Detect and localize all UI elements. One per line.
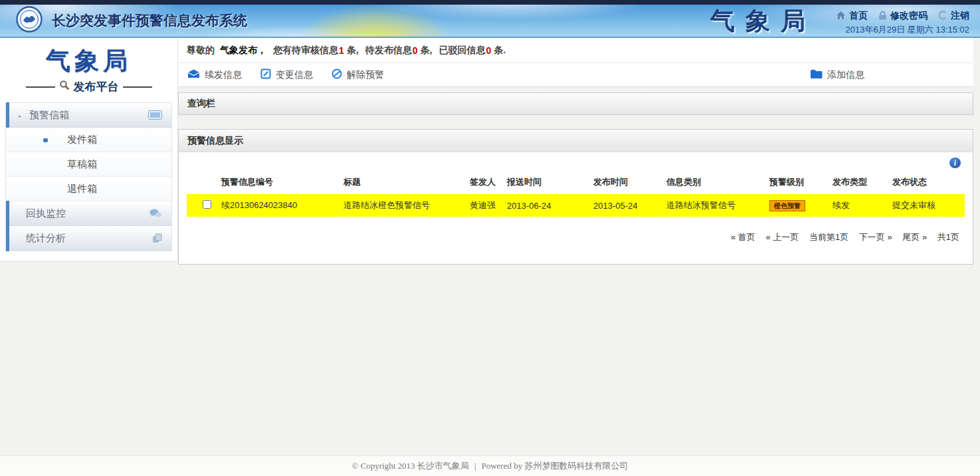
sidebar: 气象局 发布平台 - 预警信箱	[0, 38, 178, 261]
envelope-icon	[187, 69, 200, 80]
footer-separator: |	[474, 461, 476, 471]
active-bullet-icon	[43, 138, 48, 142]
copy-pages-icon	[152, 233, 162, 243]
sidebar-logo-subtitle-row: 发布平台	[0, 79, 177, 94]
query-bar-title: 查询栏	[187, 98, 215, 110]
sidebar-logo: 气象局 发布平台	[0, 38, 177, 94]
cell-publish-time: 2013-05-24	[593, 194, 666, 217]
warning-info-panel: 预警信息显示 i 预警信息编号	[178, 129, 973, 265]
nav-block: 首页 修改密码 注销 2013年6月29日	[836, 6, 969, 36]
pagination-first[interactable]: « 首页	[731, 232, 755, 242]
rejected-count: 0	[486, 45, 491, 56]
column-header: 标题	[343, 155, 470, 194]
ban-circle-icon	[332, 68, 342, 81]
body-row: 气象局 发布平台 - 预警信箱	[0, 38, 980, 265]
nav-links: 首页 修改密码 注销	[836, 10, 969, 22]
search-icon	[59, 80, 70, 94]
home-link-label: 首页	[849, 10, 868, 22]
resend-info-button[interactable]: 续发信息	[187, 69, 242, 81]
sub-item-label: 草稿箱	[67, 158, 97, 171]
logout-link[interactable]: 注销	[938, 10, 969, 22]
mail-tray-icon	[148, 110, 162, 120]
change-password-link[interactable]: 修改密码	[878, 10, 928, 22]
resend-info-label: 续发信息	[205, 69, 242, 81]
rejected-label: 已驳回信息	[439, 45, 485, 57]
pending-publish-suffix: 条,	[420, 45, 432, 57]
cell-warning-id: 续20130624023840	[221, 194, 343, 217]
sidebar-item-returned[interactable]: 退件箱	[6, 177, 171, 201]
footer-powered-by: Powered by 苏州梦图数码科技有限公司	[481, 460, 628, 472]
footer: © Copyright 2013 长沙市气象局 | Powered by 苏州梦…	[0, 455, 980, 476]
logout-label: 注销	[951, 10, 969, 22]
home-link[interactable]: 首页	[836, 10, 868, 22]
pending-review-suffix: 条,	[347, 45, 359, 57]
warning-table: 预警信息编号 标题 签发人 报送时间 发布时间 信息类别 预警级别 发布类型 发…	[187, 155, 965, 217]
sidebar-item-statistics[interactable]: 统计分析	[6, 226, 171, 251]
sidebar-logo-title: 气象局	[0, 45, 177, 78]
sidebar-item-warning-mailbox[interactable]: - 预警信箱	[6, 103, 171, 128]
change-info-label: 变更信息	[276, 69, 313, 81]
logout-arc-icon	[938, 11, 947, 22]
banner: 长沙突发事件预警信息发布系统 气象局 首页 修改密码	[0, 5, 980, 38]
folder-icon	[810, 69, 823, 80]
change-info-button[interactable]: 变更信息	[260, 68, 313, 81]
info-icon[interactable]: i	[949, 158, 961, 168]
column-header: 发布类型	[833, 155, 892, 194]
sidebar-item-label: 预警信箱	[29, 109, 69, 122]
greeting-username: 气象发布，	[220, 45, 266, 57]
system-title: 长沙突发事件预警信息发布系统	[52, 11, 247, 30]
pagination: « 首页 « 上一页 当前第1页 下一页 » 尾页 » 共1页	[179, 217, 973, 243]
greeting: 尊敬的 气象发布， 您有待审核信息1条, 待发布信息0条, 已驳回信息0条.	[178, 38, 973, 62]
pending-review-count: 1	[339, 45, 344, 56]
pagination-last[interactable]: 尾页 »	[902, 232, 927, 242]
sidebar-menu: - 预警信箱 发件箱 草稿箱 退件箱	[5, 102, 172, 251]
pagination-next[interactable]: 下一页 »	[859, 232, 892, 242]
chat-bubbles-icon	[149, 209, 162, 218]
edit-square-icon	[260, 68, 271, 81]
sub-item-label: 发件箱	[67, 134, 97, 146]
expanded-marker: -	[18, 110, 21, 121]
row-checkbox[interactable]	[203, 200, 211, 209]
right-dash	[123, 86, 152, 88]
warning-mailbox-submenu: 发件箱 草稿箱 退件箱	[6, 128, 171, 201]
column-header: 发布时间	[593, 155, 666, 194]
pending-review-label: 您有待审核信息	[273, 45, 338, 57]
datetime: 2013年6月29日 星期六 13:15:02	[836, 24, 969, 36]
column-header: 签发人	[470, 155, 507, 194]
home-icon	[836, 11, 846, 22]
sidebar-item-drafts[interactable]: 草稿箱	[6, 152, 171, 177]
cell-report-time: 2013-06-24	[507, 194, 593, 217]
footer-copyright: © Copyright 2013 长沙市气象局	[352, 460, 469, 472]
warning-level-badge: 橙色预警	[769, 200, 805, 211]
pending-publish-count: 0	[413, 45, 418, 56]
remove-warning-button[interactable]: 解除预警	[332, 68, 384, 81]
warning-info-panel-title: 预警信息显示	[187, 135, 243, 147]
cell-status: 提交未审核	[892, 194, 965, 217]
accent-bar	[6, 225, 9, 251]
agency-emblem-icon	[16, 6, 43, 35]
add-info-button[interactable]: 添加信息	[810, 69, 864, 81]
table-row[interactable]: 续20130624023840 道路结冰橙色预警信号 黄迪强 2013-06-2…	[187, 194, 965, 217]
query-bar[interactable]: 查询栏	[178, 92, 973, 115]
table-header-row: 预警信息编号 标题 签发人 报送时间 发布时间 信息类别 预警级别 发布类型 发…	[187, 155, 965, 194]
top-strip	[0, 0, 980, 5]
pagination-prev[interactable]: « 上一页	[766, 232, 799, 242]
toolbar: 续发信息 变更信息 解除预警	[178, 62, 973, 87]
warning-info-panel-header: 预警信息显示	[179, 130, 973, 152]
cell-category: 道路结冰预警信号	[666, 194, 769, 217]
column-header: 报送时间	[507, 155, 593, 194]
sub-item-label: 退件箱	[67, 183, 97, 195]
pending-publish-label: 待发布信息	[365, 45, 412, 57]
remove-warning-label: 解除预警	[347, 69, 384, 81]
checkbox-column-header	[187, 155, 221, 194]
cell-title: 道路结冰橙色预警信号	[343, 194, 470, 217]
pagination-current: 当前第1页	[809, 232, 848, 242]
sidebar-item-receipt-monitor[interactable]: 回执监控	[6, 201, 171, 226]
sidebar-item-outbox[interactable]: 发件箱	[6, 128, 171, 152]
add-info-label: 添加信息	[827, 69, 864, 81]
change-password-label: 修改密码	[890, 10, 928, 22]
left-dash	[26, 86, 55, 88]
cell-signer: 黄迪强	[470, 194, 507, 217]
pagination-total: 共1页	[937, 232, 959, 242]
rejected-suffix: 条.	[494, 45, 506, 57]
